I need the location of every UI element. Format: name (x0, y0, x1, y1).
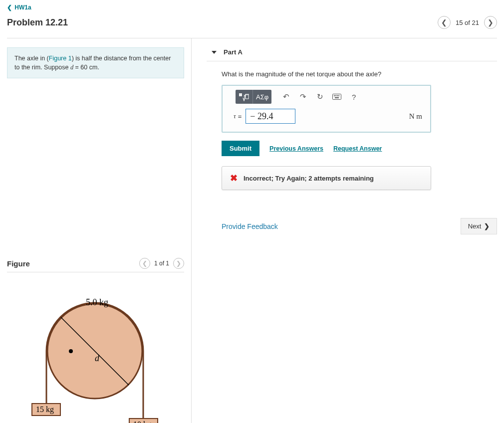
previous-answers-link[interactable]: Previous Answers (269, 145, 323, 152)
next-button[interactable]: Next ❯ (461, 218, 497, 234)
submit-button[interactable]: Submit (222, 141, 259, 156)
tool-undo-button[interactable]: ↶ (278, 90, 293, 104)
figure-next-button[interactable]: ❯ (173, 258, 184, 269)
reset-icon: ↻ (317, 92, 323, 101)
label-top-mass: 5.0 kg (86, 297, 108, 307)
label-left-mass: 15 kg (36, 405, 54, 414)
tool-reset-button[interactable]: ↻ (312, 90, 327, 104)
part-header[interactable]: Part A (207, 43, 497, 61)
tool-greek-button[interactable]: ΑΣφ (253, 90, 271, 104)
feedback-text: Incorrect; Try Again; 2 attempts remaini… (244, 175, 374, 182)
incorrect-icon: ✖ (230, 173, 238, 184)
tool-keyboard-button[interactable] (329, 90, 344, 104)
prev-problem-button[interactable]: ❮ (438, 16, 451, 29)
chevron-left-icon: ❮ (441, 18, 447, 26)
chevron-right-icon: ❯ (488, 18, 494, 26)
provide-feedback-link[interactable]: Provide Feedback (222, 222, 278, 230)
keyboard-icon (332, 94, 341, 100)
svg-rect-8 (333, 94, 341, 100)
tool-redo-button[interactable]: ↷ (295, 90, 310, 104)
figure-prev-button[interactable]: ❮ (139, 258, 150, 269)
next-problem-button[interactable]: ❯ (484, 16, 497, 29)
figure-link[interactable]: Figure 1 (49, 55, 72, 62)
label-diameter: d (95, 353, 100, 363)
question-text: What is the magnitude of the net torque … (222, 70, 497, 78)
answer-symbol: τ (234, 112, 236, 120)
tool-fraction-button[interactable]: x (236, 90, 253, 104)
svg-point-1 (69, 349, 73, 353)
greek-icon: ΑΣφ (256, 93, 268, 101)
fraction-template-icon: x (239, 92, 250, 101)
caret-down-icon (212, 51, 217, 54)
back-link[interactable]: ❮ HW1a (7, 4, 497, 11)
figure-diagram: 5.0 kg d 15 kg 10 kg (7, 272, 184, 423)
svg-rect-5 (239, 93, 242, 96)
next-label: Next (468, 222, 482, 230)
figure-position: 1 of 1 (154, 260, 169, 267)
figure-title: Figure (7, 259, 139, 268)
svg-rect-13 (335, 97, 339, 98)
answer-input[interactable] (246, 109, 295, 124)
tool-help-button[interactable]: ? (346, 90, 361, 104)
label-right-mass: 10 kg (133, 420, 151, 423)
answer-box: x ΑΣφ ↶ ↷ (222, 85, 431, 133)
chevron-right-icon: ❯ (484, 222, 490, 230)
svg-rect-12 (338, 95, 339, 96)
problem-position: 15 of 21 (456, 19, 479, 26)
svg-rect-10 (335, 95, 336, 96)
problem-prompt: The axle in (Figure 1) is half the dista… (7, 47, 184, 78)
back-link-label: HW1a (14, 4, 31, 11)
problem-title: Problem 12.21 (7, 17, 438, 28)
help-icon: ? (352, 93, 356, 101)
request-answer-link[interactable]: Request Answer (333, 145, 382, 152)
undo-icon: ↶ (283, 92, 289, 101)
answer-unit: N m (409, 112, 422, 121)
svg-rect-11 (337, 95, 338, 96)
svg-rect-9 (334, 95, 335, 96)
feedback-box: ✖ Incorrect; Try Again; 2 attempts remai… (222, 166, 431, 190)
svg-rect-7 (246, 95, 249, 99)
part-label: Part A (224, 48, 243, 56)
chevron-left-icon: ❮ (142, 260, 147, 267)
redo-icon: ↷ (300, 92, 306, 101)
chevron-right-icon: ❯ (176, 260, 181, 267)
answer-eq: = (238, 113, 242, 120)
chevron-left-icon: ❮ (7, 4, 12, 11)
